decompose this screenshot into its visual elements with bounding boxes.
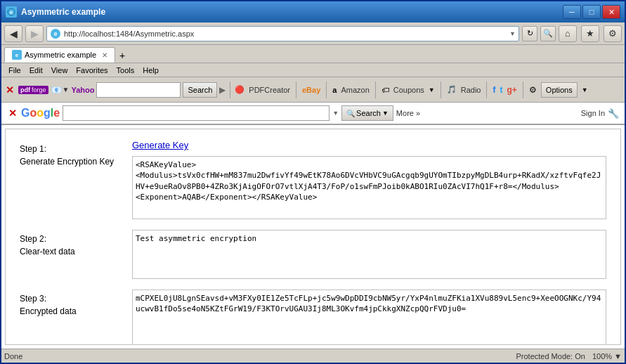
navbar: ◀ ▶ e http://localhost:1484/Asymmetric.a…	[1, 22, 625, 45]
svg-text:e: e	[10, 9, 13, 15]
page-panel: Step 1: Generate Encryption Key Generate…	[5, 129, 621, 345]
pdfforge-logo: pdfforge	[18, 86, 48, 94]
sep7	[523, 82, 523, 98]
step2-subtitle: Clear-text data	[20, 245, 132, 258]
google-toolbar-close[interactable]: ✕	[7, 108, 18, 119]
google-dropdown-arrow[interactable]: ▼	[332, 110, 339, 117]
protected-mode: Protected Mode: On	[516, 352, 585, 360]
step2-textarea-wrapper	[132, 230, 606, 281]
sep2	[296, 82, 296, 98]
step1-subtitle: Generate Encryption Key	[20, 155, 132, 168]
toolbar-icons: 🔴 PDFCreator eBay a Amazon 🏷 Coupons ▼ 🎵…	[235, 82, 587, 98]
step3-subtitle: Encrypted data	[20, 305, 132, 318]
options-button[interactable]: Options	[541, 82, 578, 98]
zoom-level: 100% ▼	[592, 352, 622, 360]
content-area: Step 1: Generate Encryption Key Generate…	[1, 125, 625, 349]
status-right: Protected Mode: On 100% ▼	[516, 352, 622, 360]
google-signin-link[interactable]: Sign In	[581, 109, 605, 117]
statusbar: Done Protected Mode: On 100% ▼	[1, 349, 625, 363]
sep6	[486, 82, 487, 98]
minimize-button[interactable]: ─	[563, 5, 581, 19]
google-search-input[interactable]	[63, 105, 330, 121]
generate-key-link[interactable]: Generate Key	[132, 140, 606, 150]
step3-row: Step 3: Encrypted data	[20, 290, 606, 345]
amazon-label[interactable]: Amazon	[341, 86, 369, 94]
new-tab-button[interactable]: +	[115, 48, 129, 63]
titlebar-left: e Asymmetric example	[6, 6, 105, 18]
google-search-btn-group: 🔍 Search ▼	[341, 105, 393, 121]
step1-content: Generate Key	[132, 140, 606, 221]
step1-title: Step 1:	[20, 143, 132, 155]
ie-icon: e	[6, 6, 17, 18]
menu-edit[interactable]: Edit	[25, 65, 47, 75]
step3-label: Step 3: Encrypted data	[20, 290, 132, 318]
step1-textarea-wrapper	[132, 156, 606, 221]
menu-favorites[interactable]: Favorites	[72, 65, 112, 75]
yahoo-label: Yahoo	[71, 86, 94, 94]
titlebar: e Asymmetric example ─ □ ✕	[1, 1, 625, 22]
sep3	[326, 82, 327, 98]
tab-title: Asymmetric example	[25, 51, 96, 59]
stop-icon[interactable]: ✕	[4, 84, 15, 96]
sep5	[441, 82, 441, 98]
menu-view[interactable]: View	[47, 65, 72, 75]
svg-text:e: e	[53, 30, 57, 37]
address-bar[interactable]: e http://localhost:1484/Asymmetric.aspx …	[46, 26, 519, 41]
yahoo-search-input[interactable]	[96, 82, 181, 98]
google-more-button[interactable]: More »	[396, 109, 420, 117]
yahoo-search-bar: 📧 ▼ Yahoo Search ▶	[51, 82, 226, 98]
dropdown-arrow[interactable]: ▼	[509, 30, 516, 37]
step3-content	[132, 290, 606, 345]
close-button[interactable]: ✕	[602, 5, 620, 19]
forward-button[interactable]: ▶	[25, 25, 44, 42]
tab-favicon: e	[12, 50, 22, 60]
step1-textarea[interactable]	[132, 156, 606, 219]
step3-textarea-wrapper	[132, 290, 606, 345]
home-button[interactable]: ⌂	[559, 25, 577, 42]
titlebar-title: Asymmetric example	[21, 7, 105, 17]
active-tab[interactable]: e Asymmetric example ✕	[4, 47, 115, 63]
google-gear-icon[interactable]: 🔧	[608, 108, 619, 119]
step2-title: Step 2:	[20, 233, 132, 245]
search-button-nav[interactable]: 🔍	[540, 26, 556, 41]
tools-button[interactable]: ⚙	[604, 25, 622, 42]
menu-tools[interactable]: Tools	[112, 65, 139, 75]
titlebar-controls: ─ □ ✕	[563, 5, 620, 19]
status-text: Done	[4, 352, 22, 360]
maximize-button[interactable]: □	[582, 5, 601, 19]
radio-label[interactable]: Radio	[461, 86, 481, 94]
yahoo-search-button[interactable]: Search	[183, 82, 217, 98]
svg-text:e: e	[15, 52, 19, 58]
google-search-label: Search	[356, 109, 381, 117]
refresh-button[interactable]: ↻	[522, 26, 537, 41]
tab-close-button[interactable]: ✕	[102, 51, 107, 59]
google-toolbar: ✕ Google ▼ 🔍 Search ▼ More » Sign In 🔧	[1, 103, 625, 125]
toolbar-separator-1	[230, 82, 230, 98]
step1-label: Step 1: Generate Encryption Key	[20, 140, 132, 168]
step2-label: Step 2: Clear-text data	[20, 230, 132, 258]
step3-textarea[interactable]	[132, 290, 606, 345]
pdfcreator-label[interactable]: PDFCreator	[249, 86, 290, 94]
ie-toolbar: ✕ pdfforge 📧 ▼ Yahoo Search ▶ 🔴 PDFCreat…	[1, 77, 625, 103]
yahoo-icon: 📧 ▼	[51, 85, 70, 95]
menubar: File Edit View Favorites Tools Help	[1, 63, 625, 77]
coupons-label[interactable]: Coupons	[393, 86, 424, 94]
step2-row: Step 2: Clear-text data	[20, 230, 606, 281]
back-button[interactable]: ◀	[4, 25, 22, 42]
browser-window: e Asymmetric example ─ □ ✕ ◀ ▶ e http://…	[0, 0, 626, 364]
menu-help[interactable]: Help	[138, 65, 163, 75]
menu-file[interactable]: File	[4, 65, 25, 75]
tabbar: e Asymmetric example ✕ +	[1, 45, 625, 63]
sep4	[375, 82, 376, 98]
google-logo: Google	[21, 107, 60, 119]
step3-title: Step 3:	[20, 292, 132, 305]
google-search-button[interactable]: 🔍 Search ▼	[341, 105, 393, 121]
step2-textarea[interactable]	[132, 230, 606, 279]
step2-content	[132, 230, 606, 281]
step1-row: Step 1: Generate Encryption Key Generate…	[20, 140, 606, 221]
url-text: http://localhost:1484/Asymmetric.aspx	[64, 30, 509, 38]
favicon: e	[50, 28, 61, 39]
favorites-button[interactable]: ★	[581, 25, 599, 42]
